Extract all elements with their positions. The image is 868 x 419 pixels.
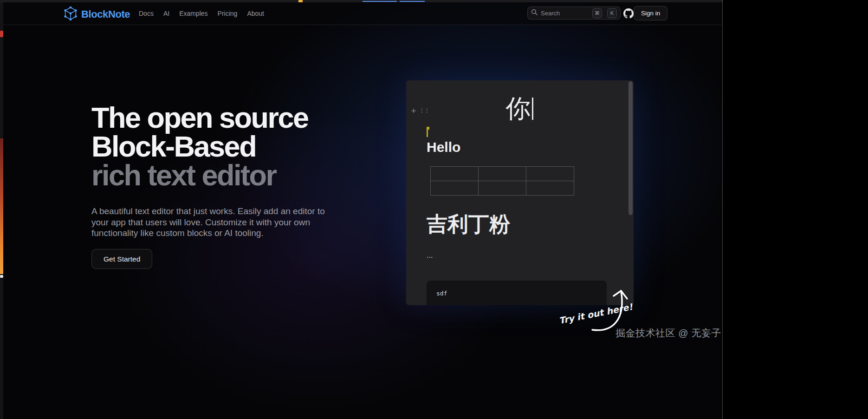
left-edge-strip: [0, 2, 3, 419]
get-started-button[interactable]: Get Started: [91, 249, 152, 269]
typed-char: 你: [505, 92, 531, 126]
sign-in-button[interactable]: Sign in: [634, 6, 667, 20]
window-edge-line: [722, 0, 723, 419]
top-strip-link-fragment: [400, 1, 425, 2]
editor-table[interactable]: [430, 166, 574, 196]
main-nav: Docs AI Examples Pricing About: [139, 2, 264, 25]
nav-link-ai[interactable]: AI: [163, 10, 169, 17]
table-row: [431, 167, 574, 181]
panel-scrollbar[interactable]: [628, 81, 633, 215]
nav-link-pricing[interactable]: Pricing: [218, 10, 238, 17]
editor-heading[interactable]: Hello: [427, 139, 460, 155]
hero-title: The open source Block-Based rich text ed…: [91, 103, 308, 190]
search-input[interactable]: Search ⌘ K: [527, 7, 621, 20]
site-header: BlockNote Docs AI Examples Pricing About…: [3, 2, 722, 25]
editor-code-block[interactable]: sdf: [427, 281, 607, 305]
table-cell[interactable]: [479, 181, 526, 196]
editor-ellipsis[interactable]: ...: [427, 251, 433, 260]
left-strip-red-marker: [0, 31, 3, 37]
blocknote-logo[interactable]: BlockNote: [64, 7, 130, 22]
browser-page: BlockNote Docs AI Examples Pricing About…: [0, 0, 723, 419]
watermark: 掘金技术社区 @ 无妄子: [615, 327, 721, 340]
get-started-label: Get Started: [104, 255, 140, 263]
left-strip-white-marker: [0, 275, 3, 278]
hero-description: A beautiful text editor that just works.…: [91, 206, 325, 239]
sign-in-label: Sign in: [641, 10, 660, 17]
table-cell[interactable]: [431, 181, 479, 196]
hero-title-line-2: Block-Based: [91, 132, 308, 161]
command-key-badge: ⌘: [592, 8, 602, 18]
editor-demo-panel[interactable]: + ⋮⋮ 你 Hello: [406, 80, 634, 305]
search-placeholder: Search: [541, 10, 589, 17]
left-strip-gradient: [0, 138, 3, 274]
nav-link-about[interactable]: About: [247, 10, 264, 17]
k-key-badge: K: [607, 8, 617, 18]
blocknote-logo-icon: [64, 7, 78, 22]
top-strip-link-fragment: [363, 1, 397, 2]
github-icon[interactable]: [623, 8, 634, 19]
nav-link-examples[interactable]: Examples: [179, 10, 207, 17]
text-caret: [532, 98, 533, 120]
collab-cursor: [427, 128, 428, 137]
editor-typed-text[interactable]: 你: [505, 94, 533, 123]
table-cell[interactable]: [526, 167, 574, 181]
table-cell[interactable]: [479, 167, 526, 181]
editor-subheading[interactable]: 吉利丁粉: [427, 210, 510, 238]
table-cell[interactable]: [526, 181, 574, 196]
code-text: sdf: [436, 290, 447, 297]
nav-link-docs[interactable]: Docs: [139, 10, 154, 17]
hero-title-line-3: rich text editor: [91, 161, 308, 190]
blocknote-logo-text: BlockNote: [81, 8, 130, 20]
table-cell[interactable]: [431, 167, 479, 181]
table-row: [431, 181, 574, 196]
screen: BlockNote Docs AI Examples Pricing About…: [0, 0, 868, 419]
search-icon: [531, 9, 538, 17]
hero-title-line-1: The open source: [91, 103, 308, 132]
add-block-icon[interactable]: +: [409, 106, 418, 116]
drag-handle-icon[interactable]: ⋮⋮: [419, 106, 425, 115]
